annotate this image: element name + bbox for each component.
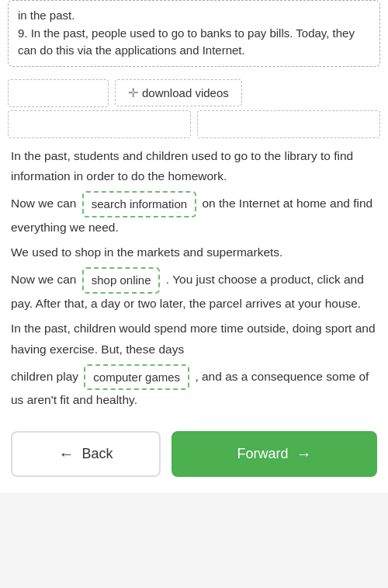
paragraph-2: Now we can search information on the Int…	[11, 191, 377, 238]
main-container: in the past. 9. In the past, people used…	[0, 0, 388, 492]
paragraph-5: In the past, children would spend more t…	[11, 318, 377, 360]
para2-before: Now we can	[11, 197, 76, 210]
toolbar-row: ✛ download videos	[8, 79, 380, 107]
top-text-1: in the past.	[18, 7, 370, 25]
content-section: In the past, students and children used …	[0, 143, 388, 416]
download-videos-button[interactable]: ✛ download videos	[115, 79, 242, 106]
blank-box-left	[8, 110, 191, 138]
back-arrow-icon: ←	[59, 445, 74, 463]
para6-before: children play	[11, 370, 78, 383]
bottom-nav: ← Back Forward →	[11, 431, 377, 477]
blank-box-right	[197, 110, 380, 138]
forward-button[interactable]: Forward →	[171, 431, 377, 477]
back-button[interactable]: ← Back	[11, 431, 161, 477]
para3-text: We used to shop in the markets and super…	[11, 245, 282, 259]
paragraph-1: In the past, students and children used …	[11, 146, 377, 187]
paragraph-6: children play computer games , and as a …	[11, 364, 377, 411]
para4-before: Now we can	[11, 273, 76, 286]
download-videos-label: download videos	[142, 86, 229, 99]
paragraph-4: Now we can shop online . You just choose…	[11, 267, 377, 314]
blank-boxes-row	[8, 110, 380, 138]
toolbar-blank-left	[8, 79, 109, 107]
para1-text: In the past, students and children used …	[11, 149, 353, 183]
top-text-2: 9. In the past, people used to go to ban…	[18, 25, 370, 60]
answer-tag-computer-games[interactable]: computer games	[84, 364, 189, 391]
back-label: Back	[82, 446, 113, 462]
forward-label: Forward	[237, 446, 289, 462]
plus-icon: ✛	[128, 85, 138, 100]
answer-tag-search-information[interactable]: search information	[82, 191, 196, 217]
forward-arrow-icon: →	[296, 445, 312, 463]
para5-text: In the past, children would spend more t…	[11, 322, 376, 355]
answer-tag-shop-online[interactable]: shop online	[82, 267, 161, 294]
paragraph-3: We used to shop in the markets and super…	[11, 242, 377, 263]
top-section: in the past. 9. In the past, people used…	[8, 0, 380, 67]
